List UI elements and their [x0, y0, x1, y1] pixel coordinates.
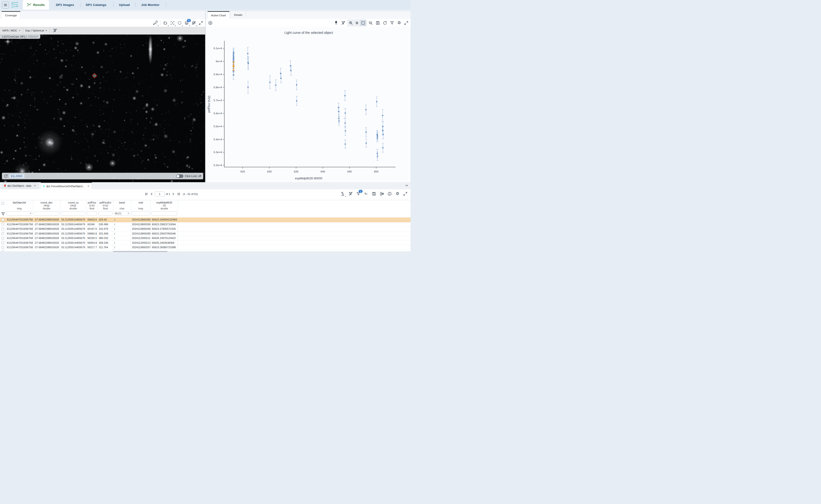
row-checkbox[interactable]: [1, 246, 4, 249]
selection-region-button[interactable]: ▾: [177, 20, 182, 26]
expand-image-button[interactable]: [198, 20, 204, 26]
table-row[interactable]: 611256447031836758-27.6848228891652853.1…: [0, 222, 410, 227]
image-info-chip: LSSTComCam: DP1 r FOV:6.6': [0, 35, 40, 39]
tab-diaobject[interactable]: dp1.DiaObject - data ✕: [2, 182, 38, 189]
inspect-table-button[interactable]: ▾: [340, 191, 346, 197]
select-mode-button[interactable]: [360, 20, 366, 26]
column-header-diaObjectId[interactable]: diaObjectId long: [6, 200, 33, 211]
horizontal-scrollbar[interactable]: [0, 251, 410, 252]
last-page-button[interactable]: [177, 192, 180, 196]
coverage-filter-off-button[interactable]: [52, 27, 58, 34]
text-view-icon: TT: [364, 191, 369, 196]
sky-image-viewport[interactable]: LSSTComCam: DP1 r FOV:6.6' EQ-J2000: Cli…: [0, 35, 205, 182]
filter-input-visit[interactable]: [131, 211, 150, 216]
selected-object-marker-icon[interactable]: [92, 73, 97, 79]
chevron-down-icon[interactable]: ▼: [30, 212, 31, 214]
pin-chart-button[interactable]: [333, 20, 339, 26]
expand-icon: [198, 21, 203, 25]
zoom-mode-button[interactable]: [348, 20, 354, 26]
row-checkbox[interactable]: [1, 241, 4, 244]
filter-input-expMidptMJD[interactable]: [151, 211, 177, 216]
table-row[interactable]: 611256447031836758-27.6848228891652853.1…: [0, 217, 410, 222]
tab-upload[interactable]: Upload: [115, 0, 134, 9]
light-curve-chart[interactable]: Light curve of the selected objectexpMid…: [206, 27, 410, 182]
chart-filter-off-button[interactable]: [340, 20, 346, 26]
cell-psfFlux: 60246: [86, 222, 98, 227]
hips-moc-dropdown[interactable]: HiPS / MOC▼: [2, 29, 21, 32]
tab-dp1-catalogs[interactable]: DP1 Catalogs: [81, 0, 111, 9]
save-chart-button[interactable]: [375, 20, 381, 26]
chevron-down-icon[interactable]: [405, 184, 409, 187]
scrollbar-thumb[interactable]: [113, 251, 167, 252]
column-header-visit[interactable]: visit long: [131, 200, 151, 211]
filter-input-psfFluxErr[interactable]: [98, 211, 112, 216]
tab-details[interactable]: Details: [231, 11, 246, 19]
chart-filter-button[interactable]: [389, 20, 395, 26]
recenter-button[interactable]: ▾: [169, 20, 175, 26]
page-number-input[interactable]: [155, 191, 164, 197]
column-filter-psfFluxErr: [98, 211, 113, 217]
column-header-coord_dec[interactable]: coord_dec(deg)double: [33, 200, 60, 211]
save-table-button[interactable]: [371, 191, 377, 197]
table-row[interactable]: 611256447031836758-27.6848228891652853.1…: [0, 231, 410, 236]
image-tools-button[interactable]: ▾: [152, 20, 158, 26]
filter-input-coord_ra[interactable]: [61, 211, 85, 216]
tab-active-chart[interactable]: Active Chart: [208, 11, 230, 19]
svg-text:6.1e+4: 6.1e+4: [214, 47, 222, 50]
tab-dp1-images[interactable]: DP1 Images: [52, 0, 78, 9]
table-filter-button[interactable]: 1: [356, 191, 361, 197]
zoom-original-button[interactable]: 1x: [368, 20, 374, 26]
svg-text:635: 635: [294, 170, 298, 173]
external-link-icon[interactable]: [4, 174, 8, 178]
add-chart-button[interactable]: [208, 20, 213, 26]
layers-button[interactable]: 9▾: [184, 20, 189, 26]
click-lock-toggle[interactable]: [176, 174, 183, 178]
table-row[interactable]: 611256447031836758-27.6848228891652853.1…: [0, 236, 410, 241]
close-icon[interactable]: ✕: [87, 185, 89, 187]
hide-layers-button[interactable]: ▾: [191, 20, 196, 26]
tab-coverage[interactable]: Coverage: [1, 11, 20, 19]
row-checkbox[interactable]: [1, 232, 4, 235]
projection-dropdown[interactable]: Equ / Spherical▼: [26, 29, 47, 32]
column-header-band[interactable]: band char: [113, 200, 131, 211]
text-view-button[interactable]: TT: [363, 191, 369, 197]
restore-chart-button[interactable]: [382, 20, 388, 26]
color-palette-button[interactable]: ▾: [162, 20, 168, 26]
tab-job-monitor[interactable]: Job Monitor: [137, 0, 164, 9]
column-header-expMidptMJD[interactable]: expMidptMJD(d)double: [151, 200, 178, 211]
pan-mode-button[interactable]: [354, 20, 360, 26]
chevron-down-icon[interactable]: ▼: [127, 212, 129, 214]
filter-input-coord_dec[interactable]: [34, 211, 59, 216]
tab-forcedsource[interactable]: dp1.ForcedSourceOnDiaObject... ✕: [41, 182, 92, 189]
column-header-coord_ra[interactable]: coord_ra(deg)double: [60, 200, 86, 211]
chart-settings-button[interactable]: ⚙: [396, 20, 402, 26]
prev-page-button[interactable]: [150, 192, 153, 196]
column-header-psfFluxErr[interactable]: psfFluxErr(nJy)float: [98, 200, 113, 211]
row-checkbox[interactable]: [1, 228, 4, 230]
sky-image[interactable]: [0, 35, 205, 182]
table-row[interactable]: 611256447031836758-27.6848228891652853.1…: [0, 245, 410, 250]
table-settings-button[interactable]: ⚙: [395, 191, 400, 197]
row-checkbox[interactable]: [1, 218, 4, 221]
close-icon[interactable]: ✕: [34, 184, 36, 187]
column-header-psfFlux[interactable]: psfFlux(nJy)float: [86, 200, 98, 211]
column-filter-coord_ra: [60, 211, 86, 217]
row-checkbox[interactable]: [1, 237, 4, 239]
expand-table-button[interactable]: [402, 191, 408, 197]
select-all-checkbox[interactable]: [1, 202, 4, 205]
tab-results[interactable]: Results: [23, 0, 49, 9]
first-page-button[interactable]: [144, 192, 148, 196]
add-column-button[interactable]: [379, 191, 385, 197]
filter-count-badge: 1: [359, 190, 363, 193]
table-row[interactable]: 611256447031836758-27.6848228891652853.1…: [0, 227, 410, 231]
nav-separator: [166, 2, 166, 7]
clear-filters-button[interactable]: [348, 191, 353, 197]
hamburger-menu-button[interactable]: [2, 1, 9, 9]
expand-chart-button[interactable]: [403, 20, 409, 26]
table-info-button[interactable]: [387, 191, 393, 197]
next-page-button[interactable]: [171, 192, 175, 196]
table-row[interactable]: 611256447031836758-27.6848228891652853.1…: [0, 241, 410, 245]
filter-input-psfFlux[interactable]: [87, 211, 97, 216]
filter-input-diaObjectId[interactable]: [6, 211, 32, 216]
row-checkbox[interactable]: [1, 223, 4, 225]
